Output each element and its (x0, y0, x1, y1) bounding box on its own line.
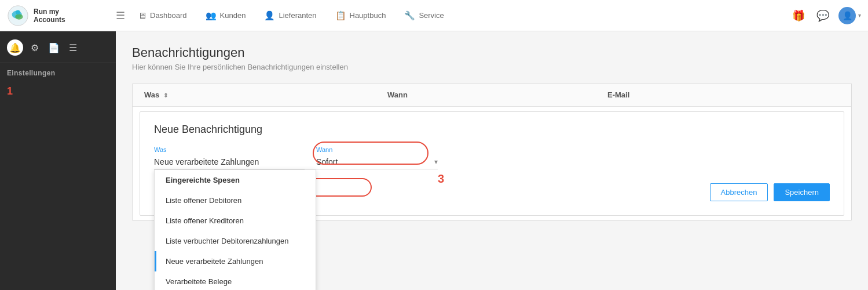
sidebar-doc-button[interactable]: 📄 (46, 41, 61, 55)
wann-field: Wann ▾ 3 (316, 146, 438, 169)
was-field: Was 2 Eingereichte Spesen Liste offener … (154, 146, 305, 169)
sidebar-einstellungen-label: Einstellungen (0, 63, 116, 81)
hauptbuch-icon: 📋 (335, 10, 346, 21)
nav-right: 🎁 💬 👤 ▾ (790, 7, 861, 24)
avatar-button[interactable]: 👤 ▾ (838, 7, 861, 24)
dropdown-item-liste-offener-kreditoren[interactable]: Liste offener Kreditoren (155, 211, 316, 231)
nav-links: 🖥 Dashboard 👥 Kunden 👤 Lieferanten 📋 Hau… (130, 7, 790, 24)
sidebar-icons: 🔔 ⚙ 📄 ☰ (0, 36, 116, 63)
dropdown-item-neue-verarbeitete[interactable]: Neue verarbeitete Zahlungen (155, 251, 316, 271)
main-content: Benachrichtigungen Hier können Sie Ihre … (116, 31, 868, 290)
form-card: Neue Benachrichtigung Was 2 Eingereichte… (140, 111, 844, 216)
hamburger-button[interactable]: ☰ (111, 7, 130, 24)
th-email: E-Mail (607, 90, 840, 99)
sidebar-number-1: 1 (0, 81, 116, 102)
page-title: Benachrichtigungen (132, 45, 852, 60)
was-dropdown[interactable]: Eingereichte Spesen Liste offener Debito… (154, 169, 316, 290)
wann-input-wrap: ▾ (316, 155, 438, 169)
dropdown-item-liste-verbuchter[interactable]: Liste verbuchter Debitorenzahlungen (155, 231, 316, 251)
cancel-button[interactable]: Abbrechen (710, 183, 768, 201)
avatar-chevron: ▾ (858, 12, 861, 19)
dropdown-item-liste-offener-debitoren[interactable]: Liste offener Debitoren (155, 190, 316, 211)
th-wann: Wann (387, 90, 607, 99)
kunden-icon: 👥 (206, 10, 217, 21)
save-button[interactable]: Speichern (774, 183, 830, 201)
th-was[interactable]: Was ⇕ (144, 90, 387, 99)
form-row: Was 2 Eingereichte Spesen Liste offener … (154, 146, 830, 169)
dashboard-icon: 🖥 (138, 10, 147, 20)
wann-dropdown-icon[interactable]: ▾ (434, 158, 438, 166)
top-navigation: Run my Accounts ☰ 🖥 Dashboard 👥 Kunden 👤… (0, 0, 868, 31)
page-subtitle: Hier können Sie Ihre persönlichen Benach… (132, 63, 852, 71)
nav-hauptbuch[interactable]: 📋 Hauptbuch (327, 7, 394, 24)
sort-was-icon: ⇕ (163, 92, 168, 99)
chat-button[interactable]: 💬 (814, 7, 832, 24)
lieferanten-icon: 👤 (264, 10, 275, 21)
logo-icon (7, 5, 29, 27)
main-layout: 🔔 ⚙ 📄 ☰ Einstellungen 1 Benachrichtigung… (0, 31, 868, 290)
avatar: 👤 (838, 7, 856, 24)
dropdown-item-eingereichte-spesen[interactable]: Eingereichte Spesen (155, 170, 316, 190)
sidebar-menu-button[interactable]: ☰ (67, 41, 79, 55)
sidebar: 🔔 ⚙ 📄 ☰ Einstellungen 1 (0, 31, 116, 290)
nav-kunden[interactable]: 👥 Kunden (197, 7, 254, 24)
sidebar-bell-button[interactable]: 🔔 (7, 39, 23, 56)
nav-lieferanten[interactable]: 👤 Lieferanten (256, 7, 324, 24)
table-header: Was ⇕ Wann E-Mail (133, 84, 851, 107)
wann-label: Wann (316, 146, 438, 153)
svg-point-2 (15, 14, 23, 20)
nav-service[interactable]: 🔧 Service (396, 7, 452, 24)
logo-text: Run my Accounts (34, 8, 65, 24)
sidebar-settings-button[interactable]: ⚙ (29, 41, 41, 55)
service-icon: 🔧 (404, 10, 415, 21)
form-card-title: Neue Benachrichtigung (154, 124, 830, 136)
gift-button[interactable]: 🎁 (790, 7, 807, 24)
nav-dashboard[interactable]: 🖥 Dashboard (130, 7, 195, 24)
was-label: Was (154, 146, 305, 153)
dropdown-item-verarbeitete-belege[interactable]: Verarbeitete Belege (155, 271, 316, 290)
annotation-3: 3 (438, 172, 444, 186)
logo-area: Run my Accounts (7, 5, 111, 27)
table-container: Was ⇕ Wann E-Mail Neue Benachrichtigung … (132, 83, 852, 221)
wann-input[interactable] (316, 155, 434, 169)
was-input[interactable] (154, 155, 305, 169)
svg-point-3 (16, 10, 20, 14)
